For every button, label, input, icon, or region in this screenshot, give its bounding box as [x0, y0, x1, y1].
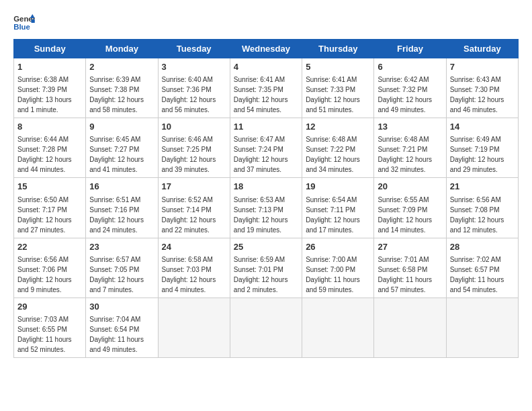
calendar-week-row: 15Sunrise: 6:50 AM Sunset: 7:17 PM Dayli… — [14, 178, 519, 238]
day-info: Sunrise: 6:58 AM Sunset: 7:03 PM Dayligh… — [162, 256, 216, 293]
calendar-day-cell: 26Sunrise: 7:00 AM Sunset: 7:00 PM Dayli… — [302, 238, 374, 298]
calendar-day-cell: 24Sunrise: 6:58 AM Sunset: 7:03 PM Dayli… — [158, 238, 230, 298]
day-of-week-header: Monday — [86, 40, 158, 58]
calendar-day-cell: 19Sunrise: 6:54 AM Sunset: 7:11 PM Dayli… — [302, 178, 374, 238]
svg-text:Blue: Blue — [13, 23, 30, 31]
logo: General Blue — [13, 13, 35, 32]
day-number: 3 — [162, 61, 226, 73]
calendar-day-cell: 2Sunrise: 6:39 AM Sunset: 7:38 PM Daylig… — [86, 58, 158, 118]
day-info: Sunrise: 6:48 AM Sunset: 7:21 PM Dayligh… — [378, 136, 432, 173]
day-info: Sunrise: 6:39 AM Sunset: 7:38 PM Dayligh… — [89, 76, 144, 113]
day-info: Sunrise: 6:56 AM Sunset: 7:06 PM Dayligh… — [17, 256, 72, 293]
calendar-day-cell: 6Sunrise: 6:42 AM Sunset: 7:32 PM Daylig… — [374, 58, 446, 118]
day-number: 13 — [378, 121, 442, 133]
day-number: 18 — [234, 181, 298, 193]
day-info: Sunrise: 6:57 AM Sunset: 7:05 PM Dayligh… — [89, 256, 144, 293]
calendar-day-cell — [302, 298, 374, 357]
day-number: 24 — [162, 241, 226, 253]
day-number: 26 — [306, 241, 370, 253]
day-number: 14 — [450, 121, 515, 133]
day-info: Sunrise: 6:46 AM Sunset: 7:25 PM Dayligh… — [162, 136, 216, 173]
day-of-week-header: Thursday — [302, 40, 374, 58]
day-number: 21 — [450, 181, 515, 193]
calendar-day-cell: 21Sunrise: 6:56 AM Sunset: 7:08 PM Dayli… — [446, 178, 518, 238]
day-number: 27 — [378, 241, 442, 253]
calendar-day-cell — [230, 298, 302, 357]
calendar-day-cell: 11Sunrise: 6:47 AM Sunset: 7:24 PM Dayli… — [230, 118, 302, 178]
day-number: 19 — [306, 181, 370, 193]
day-of-week-header: Sunday — [14, 40, 86, 58]
day-number: 30 — [89, 301, 154, 313]
calendar-day-cell: 10Sunrise: 6:46 AM Sunset: 7:25 PM Dayli… — [158, 118, 230, 178]
calendar-day-cell: 1Sunrise: 6:38 AM Sunset: 7:39 PM Daylig… — [14, 58, 86, 118]
day-info: Sunrise: 6:47 AM Sunset: 7:24 PM Dayligh… — [234, 136, 288, 173]
calendar-week-row: 29Sunrise: 7:03 AM Sunset: 6:55 PM Dayli… — [14, 298, 519, 357]
calendar-day-cell: 18Sunrise: 6:53 AM Sunset: 7:13 PM Dayli… — [230, 178, 302, 238]
day-of-week-header: Friday — [374, 40, 446, 58]
day-of-week-header: Tuesday — [158, 40, 230, 58]
calendar-day-cell: 5Sunrise: 6:41 AM Sunset: 7:33 PM Daylig… — [302, 58, 374, 118]
day-number: 5 — [306, 61, 370, 73]
day-number: 17 — [162, 181, 226, 193]
day-info: Sunrise: 7:00 AM Sunset: 7:00 PM Dayligh… — [306, 256, 360, 293]
calendar-day-cell: 14Sunrise: 6:49 AM Sunset: 7:19 PM Dayli… — [446, 118, 518, 178]
calendar-day-cell: 22Sunrise: 6:56 AM Sunset: 7:06 PM Dayli… — [14, 238, 86, 298]
day-info: Sunrise: 6:40 AM Sunset: 7:36 PM Dayligh… — [162, 76, 216, 113]
day-of-week-header: Saturday — [446, 40, 518, 58]
day-number: 7 — [450, 61, 515, 73]
day-info: Sunrise: 7:01 AM Sunset: 6:58 PM Dayligh… — [378, 256, 432, 293]
day-info: Sunrise: 6:41 AM Sunset: 7:35 PM Dayligh… — [234, 76, 288, 113]
day-number: 12 — [306, 121, 370, 133]
calendar-day-cell: 4Sunrise: 6:41 AM Sunset: 7:35 PM Daylig… — [230, 58, 302, 118]
day-number: 23 — [89, 241, 154, 253]
day-number: 11 — [234, 121, 298, 133]
day-info: Sunrise: 6:50 AM Sunset: 7:17 PM Dayligh… — [17, 196, 72, 234]
logo-icon: General Blue — [13, 13, 35, 32]
day-number: 20 — [378, 181, 442, 193]
day-info: Sunrise: 6:43 AM Sunset: 7:30 PM Dayligh… — [450, 76, 504, 113]
calendar-week-row: 8Sunrise: 6:44 AM Sunset: 7:28 PM Daylig… — [14, 118, 519, 178]
day-info: Sunrise: 6:59 AM Sunset: 7:01 PM Dayligh… — [234, 256, 288, 293]
calendar-day-cell: 30Sunrise: 7:04 AM Sunset: 6:54 PM Dayli… — [86, 298, 158, 357]
day-number: 4 — [234, 61, 298, 73]
day-info: Sunrise: 7:03 AM Sunset: 6:55 PM Dayligh… — [17, 316, 72, 353]
day-of-week-header: Wednesday — [230, 40, 302, 58]
calendar-week-row: 1Sunrise: 6:38 AM Sunset: 7:39 PM Daylig… — [14, 58, 519, 118]
day-info: Sunrise: 6:54 AM Sunset: 7:11 PM Dayligh… — [306, 196, 360, 234]
day-number: 15 — [17, 181, 82, 193]
day-info: Sunrise: 6:48 AM Sunset: 7:22 PM Dayligh… — [306, 136, 360, 173]
day-number: 10 — [162, 121, 226, 133]
day-number: 29 — [17, 301, 82, 313]
day-number: 1 — [17, 61, 82, 73]
day-info: Sunrise: 6:51 AM Sunset: 7:16 PM Dayligh… — [89, 196, 144, 234]
calendar-day-cell — [374, 298, 446, 357]
day-number: 9 — [89, 121, 154, 133]
day-info: Sunrise: 6:41 AM Sunset: 7:33 PM Dayligh… — [306, 76, 360, 113]
day-number: 2 — [89, 61, 154, 73]
calendar-day-cell: 25Sunrise: 6:59 AM Sunset: 7:01 PM Dayli… — [230, 238, 302, 298]
calendar-day-cell: 17Sunrise: 6:52 AM Sunset: 7:14 PM Dayli… — [158, 178, 230, 238]
calendar-day-cell: 12Sunrise: 6:48 AM Sunset: 7:22 PM Dayli… — [302, 118, 374, 178]
calendar-day-cell — [158, 298, 230, 357]
day-info: Sunrise: 7:02 AM Sunset: 6:57 PM Dayligh… — [450, 256, 504, 293]
day-info: Sunrise: 6:55 AM Sunset: 7:09 PM Dayligh… — [378, 196, 432, 234]
calendar-day-cell: 20Sunrise: 6:55 AM Sunset: 7:09 PM Dayli… — [374, 178, 446, 238]
day-info: Sunrise: 6:45 AM Sunset: 7:27 PM Dayligh… — [89, 136, 144, 173]
day-info: Sunrise: 6:44 AM Sunset: 7:28 PM Dayligh… — [17, 136, 72, 173]
day-number: 22 — [17, 241, 82, 253]
day-number: 6 — [378, 61, 442, 73]
day-number: 16 — [89, 181, 154, 193]
calendar-day-cell: 28Sunrise: 7:02 AM Sunset: 6:57 PM Dayli… — [446, 238, 518, 298]
calendar-day-cell — [446, 298, 518, 357]
calendar-day-cell: 8Sunrise: 6:44 AM Sunset: 7:28 PM Daylig… — [14, 118, 86, 178]
day-info: Sunrise: 6:56 AM Sunset: 7:08 PM Dayligh… — [450, 196, 504, 234]
day-info: Sunrise: 6:38 AM Sunset: 7:39 PM Dayligh… — [17, 76, 72, 113]
calendar-week-row: 22Sunrise: 6:56 AM Sunset: 7:06 PM Dayli… — [14, 238, 519, 298]
calendar-day-cell: 15Sunrise: 6:50 AM Sunset: 7:17 PM Dayli… — [14, 178, 86, 238]
calendar-table: SundayMondayTuesdayWednesdayThursdayFrid… — [13, 39, 519, 358]
day-info: Sunrise: 6:52 AM Sunset: 7:14 PM Dayligh… — [162, 196, 216, 234]
day-number: 28 — [450, 241, 515, 253]
day-number: 8 — [17, 121, 82, 133]
calendar-day-cell: 9Sunrise: 6:45 AM Sunset: 7:27 PM Daylig… — [86, 118, 158, 178]
calendar-day-cell: 7Sunrise: 6:43 AM Sunset: 7:30 PM Daylig… — [446, 58, 518, 118]
